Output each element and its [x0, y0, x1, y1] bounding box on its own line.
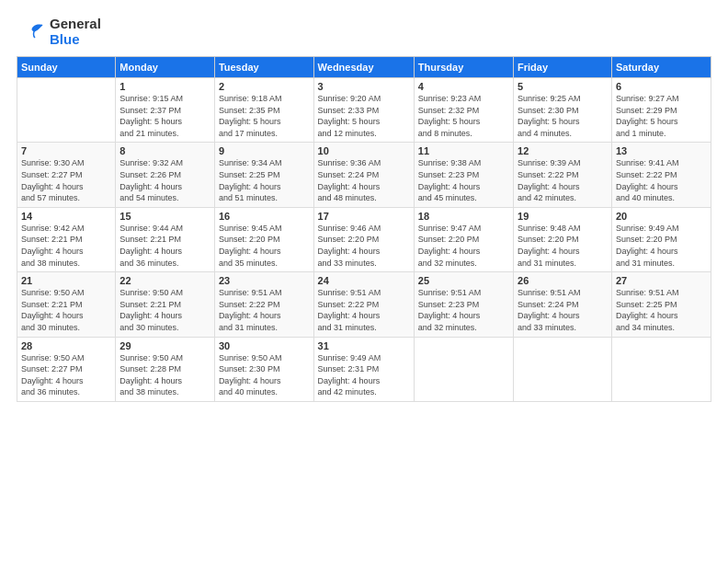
day-info: Sunrise: 9:51 AM Sunset: 2:22 PM Dayligh…	[318, 287, 410, 333]
day-number: 18	[418, 211, 509, 222]
day-cell: 28Sunrise: 9:50 AM Sunset: 2:27 PM Dayli…	[17, 337, 116, 401]
calendar-body: 1Sunrise: 9:15 AM Sunset: 2:37 PM Daylig…	[17, 78, 711, 402]
day-info: Sunrise: 9:49 AM Sunset: 2:31 PM Dayligh…	[318, 352, 410, 398]
week-row-1: 1Sunrise: 9:15 AM Sunset: 2:37 PM Daylig…	[17, 78, 711, 143]
day-cell: 8Sunrise: 9:32 AM Sunset: 2:26 PM Daylig…	[116, 143, 215, 207]
day-number: 3	[318, 81, 410, 92]
day-info: Sunrise: 9:50 AM Sunset: 2:27 PM Dayligh…	[21, 352, 111, 398]
day-number: 17	[318, 211, 410, 222]
day-info: Sunrise: 9:51 AM Sunset: 2:23 PM Dayligh…	[418, 287, 509, 333]
day-cell: 27Sunrise: 9:51 AM Sunset: 2:25 PM Dayli…	[611, 272, 711, 337]
day-number: 20	[616, 211, 707, 222]
day-number: 10	[318, 145, 410, 156]
header-cell-sunday: Sunday	[17, 57, 116, 78]
day-number: 15	[119, 211, 210, 222]
day-info: Sunrise: 9:32 AM Sunset: 2:26 PM Dayligh…	[119, 157, 210, 203]
calendar-header: SundayMondayTuesdayWednesdayThursdayFrid…	[17, 57, 711, 78]
day-number: 13	[616, 145, 707, 156]
day-number: 29	[119, 340, 210, 351]
day-cell: 3Sunrise: 9:20 AM Sunset: 2:33 PM Daylig…	[313, 78, 414, 143]
day-info: Sunrise: 9:27 AM Sunset: 2:29 PM Dayligh…	[616, 93, 707, 139]
day-number: 11	[418, 145, 509, 156]
day-number: 6	[616, 81, 707, 92]
day-number: 27	[616, 275, 707, 286]
day-cell	[414, 337, 513, 401]
day-cell: 9Sunrise: 9:34 AM Sunset: 2:25 PM Daylig…	[214, 143, 313, 207]
logo-text: General Blue	[50, 17, 101, 47]
day-info: Sunrise: 9:51 AM Sunset: 2:24 PM Dayligh…	[518, 287, 608, 333]
header-cell-thursday: Thursday	[414, 57, 513, 78]
day-info: Sunrise: 9:20 AM Sunset: 2:33 PM Dayligh…	[318, 93, 410, 139]
day-cell: 19Sunrise: 9:48 AM Sunset: 2:20 PM Dayli…	[514, 207, 612, 271]
day-info: Sunrise: 9:51 AM Sunset: 2:22 PM Dayligh…	[219, 287, 310, 333]
day-number: 8	[119, 145, 210, 156]
day-cell: 11Sunrise: 9:38 AM Sunset: 2:23 PM Dayli…	[414, 143, 513, 207]
day-info: Sunrise: 9:41 AM Sunset: 2:22 PM Dayligh…	[616, 157, 707, 203]
week-row-3: 14Sunrise: 9:42 AM Sunset: 2:21 PM Dayli…	[17, 207, 711, 271]
day-number: 31	[318, 340, 410, 351]
day-info: Sunrise: 9:49 AM Sunset: 2:20 PM Dayligh…	[616, 223, 707, 269]
week-row-4: 21Sunrise: 9:50 AM Sunset: 2:21 PM Dayli…	[17, 272, 711, 337]
day-number: 25	[418, 275, 509, 286]
day-cell: 12Sunrise: 9:39 AM Sunset: 2:22 PM Dayli…	[514, 143, 612, 207]
day-cell: 5Sunrise: 9:25 AM Sunset: 2:30 PM Daylig…	[514, 78, 612, 143]
day-info: Sunrise: 9:23 AM Sunset: 2:32 PM Dayligh…	[418, 93, 509, 139]
day-number: 5	[518, 81, 608, 92]
day-number: 24	[318, 275, 410, 286]
day-cell: 14Sunrise: 9:42 AM Sunset: 2:21 PM Dayli…	[17, 207, 116, 271]
day-number: 19	[518, 211, 608, 222]
week-row-2: 7Sunrise: 9:30 AM Sunset: 2:27 PM Daylig…	[17, 143, 711, 207]
day-cell	[17, 78, 116, 143]
day-cell: 7Sunrise: 9:30 AM Sunset: 2:27 PM Daylig…	[17, 143, 116, 207]
day-info: Sunrise: 9:47 AM Sunset: 2:20 PM Dayligh…	[418, 223, 509, 269]
header-row: SundayMondayTuesdayWednesdayThursdayFrid…	[17, 57, 711, 78]
day-number: 26	[518, 275, 608, 286]
day-info: Sunrise: 9:42 AM Sunset: 2:21 PM Dayligh…	[21, 223, 111, 269]
day-info: Sunrise: 9:34 AM Sunset: 2:25 PM Dayligh…	[219, 157, 310, 203]
header-cell-wednesday: Wednesday	[313, 57, 414, 78]
day-number: 7	[21, 145, 111, 156]
day-info: Sunrise: 9:50 AM Sunset: 2:21 PM Dayligh…	[21, 287, 111, 333]
day-cell: 21Sunrise: 9:50 AM Sunset: 2:21 PM Dayli…	[17, 272, 116, 337]
day-info: Sunrise: 9:50 AM Sunset: 2:21 PM Dayligh…	[119, 287, 210, 333]
day-cell: 15Sunrise: 9:44 AM Sunset: 2:21 PM Dayli…	[116, 207, 215, 271]
week-row-5: 28Sunrise: 9:50 AM Sunset: 2:27 PM Dayli…	[17, 337, 711, 401]
day-cell: 2Sunrise: 9:18 AM Sunset: 2:35 PM Daylig…	[214, 78, 313, 143]
day-cell: 18Sunrise: 9:47 AM Sunset: 2:20 PM Dayli…	[414, 207, 513, 271]
day-cell: 6Sunrise: 9:27 AM Sunset: 2:29 PM Daylig…	[611, 78, 711, 143]
header-cell-monday: Monday	[116, 57, 215, 78]
day-number: 23	[219, 275, 310, 286]
day-number: 22	[119, 275, 210, 286]
day-info: Sunrise: 9:51 AM Sunset: 2:25 PM Dayligh…	[616, 287, 707, 333]
day-number: 14	[21, 211, 111, 222]
day-number: 4	[418, 81, 509, 92]
day-info: Sunrise: 9:15 AM Sunset: 2:37 PM Dayligh…	[119, 93, 210, 139]
day-info: Sunrise: 9:48 AM Sunset: 2:20 PM Dayligh…	[518, 223, 608, 269]
day-number: 28	[21, 340, 111, 351]
day-number: 30	[219, 340, 310, 351]
day-info: Sunrise: 9:30 AM Sunset: 2:27 PM Dayligh…	[21, 157, 111, 203]
day-cell: 13Sunrise: 9:41 AM Sunset: 2:22 PM Dayli…	[611, 143, 711, 207]
day-cell: 23Sunrise: 9:51 AM Sunset: 2:22 PM Dayli…	[214, 272, 313, 337]
calendar-table: SundayMondayTuesdayWednesdayThursdayFrid…	[17, 56, 711, 402]
header: General Blue	[17, 17, 711, 47]
day-cell	[514, 337, 612, 401]
day-info: Sunrise: 9:38 AM Sunset: 2:23 PM Dayligh…	[418, 157, 509, 203]
day-info: Sunrise: 9:50 AM Sunset: 2:28 PM Dayligh…	[119, 352, 210, 398]
day-info: Sunrise: 9:25 AM Sunset: 2:30 PM Dayligh…	[518, 93, 608, 139]
day-cell: 24Sunrise: 9:51 AM Sunset: 2:22 PM Dayli…	[313, 272, 414, 337]
logo-general-text: General	[50, 17, 101, 32]
logo-blue-text: Blue	[50, 32, 101, 48]
day-cell: 4Sunrise: 9:23 AM Sunset: 2:32 PM Daylig…	[414, 78, 513, 143]
day-info: Sunrise: 9:44 AM Sunset: 2:21 PM Dayligh…	[119, 223, 210, 269]
page: General Blue SundayMondayTuesdayWednesda…	[0, 0, 728, 563]
logo: General Blue	[17, 17, 101, 47]
day-cell: 10Sunrise: 9:36 AM Sunset: 2:24 PM Dayli…	[313, 143, 414, 207]
day-cell: 30Sunrise: 9:50 AM Sunset: 2:30 PM Dayli…	[214, 337, 313, 401]
day-info: Sunrise: 9:18 AM Sunset: 2:35 PM Dayligh…	[219, 93, 310, 139]
day-info: Sunrise: 9:39 AM Sunset: 2:22 PM Dayligh…	[518, 157, 608, 203]
header-cell-tuesday: Tuesday	[214, 57, 313, 78]
day-cell: 31Sunrise: 9:49 AM Sunset: 2:31 PM Dayli…	[313, 337, 414, 401]
day-number: 12	[518, 145, 608, 156]
header-cell-friday: Friday	[514, 57, 612, 78]
